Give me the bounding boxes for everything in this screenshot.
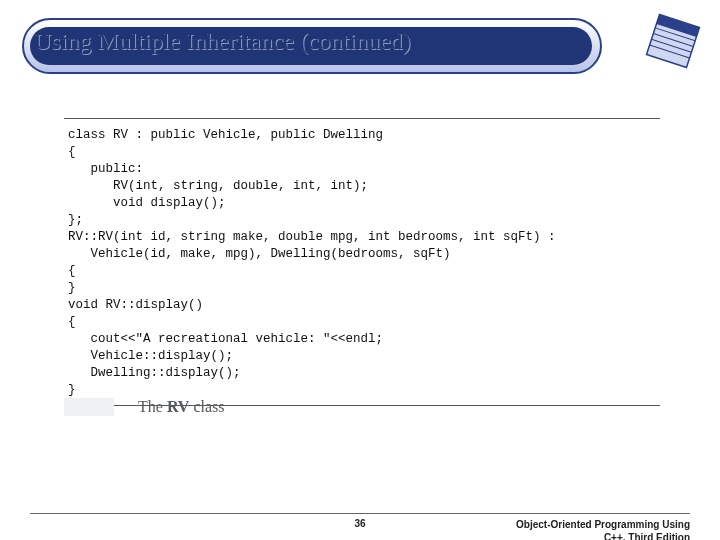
- caption-prefix: The: [138, 398, 167, 415]
- caption-class: RV: [167, 398, 190, 415]
- footer-right: Object-Oriented Programming Using C++, T…: [516, 518, 690, 540]
- slide: Using Multiple Inheritance (continued) c…: [0, 0, 720, 540]
- figure-caption-row: The RV class: [64, 398, 660, 416]
- figure-label-box: [64, 398, 114, 416]
- code-listing: class RV : public Vehicle, public Dwelli…: [64, 118, 660, 406]
- figure-caption: The RV class: [138, 398, 225, 416]
- footer-line1: Object-Oriented Programming Using: [516, 518, 690, 531]
- footer: 36 Object-Oriented Programming Using C++…: [30, 513, 690, 518]
- code-text: class RV : public Vehicle, public Dwelli…: [68, 127, 656, 399]
- footer-line2: C++, Third Edition: [516, 531, 690, 540]
- page-number: 36: [354, 518, 365, 529]
- logo-icon: [640, 8, 706, 74]
- slide-title: Using Multiple Inheritance (continued): [34, 28, 411, 55]
- caption-suffix: class: [189, 398, 224, 415]
